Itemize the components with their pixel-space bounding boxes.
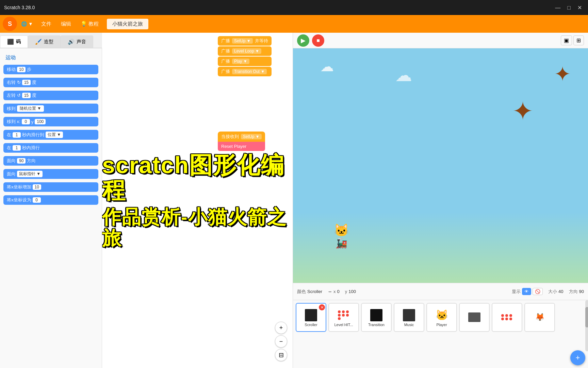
- tab-sound[interactable]: 🔊 声音: [61, 35, 93, 48]
- blocks-panel: ⬛ 码 🖌️ 造型 🔊 声音 运动 移动 10 步: [0, 33, 102, 368]
- minimize-button[interactable]: —: [553, 4, 562, 12]
- stage-layout-buttons: ▣ ⊞: [561, 35, 584, 45]
- sprite-y-item: y 100: [345, 289, 356, 294]
- tab-code[interactable]: ⬛ 码: [0, 35, 28, 48]
- sprite-name-transition: Transition: [368, 323, 385, 327]
- sprite-item-transition[interactable]: Transition: [361, 303, 392, 332]
- sprite-visibility-item: 显示 👁 🚫: [512, 288, 543, 295]
- move-to-block[interactable]: 移到 随机位置 ▼: [3, 104, 98, 113]
- broadcast-transition-block[interactable]: 广播 Transition Out ▼: [218, 67, 272, 76]
- stage-controls: ▶ ■: [297, 34, 324, 47]
- sprite-info-bar: 颜色 Scroller ↔ x 0 y 100 显示 👁 🚫 大小: [293, 283, 588, 300]
- cloud-2: ☁: [395, 65, 412, 85]
- sprite-item-music[interactable]: Music: [394, 303, 424, 332]
- sprite-item-scroller[interactable]: ✕ Scroller: [296, 303, 326, 332]
- sprite-item-levelhit[interactable]: Level HIT...: [328, 303, 359, 332]
- edit-menu[interactable]: 编辑: [57, 19, 75, 29]
- sprite-thumb-music: [401, 308, 418, 322]
- add-sprite-button[interactable]: +: [570, 350, 585, 365]
- reset-player-label: Reset Player: [221, 144, 246, 149]
- setup-receive-stack: 当接收到 SetUp ▼ Reset Player: [218, 132, 265, 151]
- when-receive-block[interactable]: 当接收到 SetUp ▼: [218, 132, 265, 142]
- turn-left-block[interactable]: 左转 ↺ 15 度: [3, 91, 98, 100]
- editor-tabs: ⬛ 码 🖌️ 造型 🔊 声音: [0, 33, 102, 48]
- broadcast-setup-block[interactable]: 广播 SetUp ▼ 并等待: [218, 36, 272, 46]
- stage-toolbar: ▶ ■ ▣ ⊞: [293, 33, 588, 48]
- app-title: Scratch 3.28.0: [4, 5, 35, 10]
- broadcast-levelloop-block[interactable]: 广播 Level Loop ▼: [218, 46, 272, 56]
- sprite-name-levelhit: Level HIT...: [334, 323, 353, 327]
- broadcast-play-block[interactable]: 广播 Play ▼: [218, 57, 272, 66]
- change-x-block[interactable]: 将x坐标增加 10: [3, 182, 98, 192]
- sprite-name-player: Player: [436, 323, 447, 327]
- menu-bar: S 🌐 ▼ 文件 编辑 💡 教程 小猫火箭之旅: [0, 15, 588, 33]
- stage-large-button[interactable]: ⊞: [573, 35, 584, 45]
- window-controls: — □ ✕: [553, 4, 584, 12]
- overlay-subtitle: 作品赏析-小猫火箭之旅: [102, 206, 293, 248]
- sprite-item-player[interactable]: 🐱 Player: [426, 303, 457, 332]
- maximize-button[interactable]: □: [565, 4, 573, 12]
- zoom-in-button[interactable]: +: [275, 322, 287, 334]
- reset-player-block[interactable]: Reset Player: [218, 142, 265, 151]
- sprite-thumb-row2-2: [499, 310, 516, 324]
- sprite-name-scroller: Scroller: [305, 323, 317, 327]
- green-flag-button[interactable]: ▶: [297, 34, 309, 47]
- move-block[interactable]: 移动 10 步: [3, 65, 98, 74]
- face-direction-block[interactable]: 面向 90 方向: [3, 156, 98, 166]
- tab-costume[interactable]: 🖌️ 造型: [28, 35, 61, 48]
- tutorial-icon: 💡: [81, 21, 87, 27]
- sprite-thumb-levelhit: [335, 308, 352, 322]
- category-label: 运动: [3, 52, 99, 64]
- tutorial-label: 教程: [88, 21, 99, 27]
- sound-icon: 🔊: [68, 39, 75, 45]
- scratch-logo: S: [3, 17, 17, 31]
- code-icon: ⬛: [7, 39, 14, 45]
- sprite-item-row2-3[interactable]: 🦊: [524, 303, 555, 332]
- stage-small-button[interactable]: ▣: [561, 35, 572, 45]
- hide-button[interactable]: 🚫: [533, 288, 543, 295]
- set-x-block[interactable]: 将x坐标设为 0: [3, 195, 98, 205]
- sprite-thumb-player: 🐱: [433, 308, 450, 322]
- tutorial-menu[interactable]: 💡 教程: [77, 19, 103, 29]
- stage-canvas: ✦ ✦ 🐱 🚂 ☁ ☁: [293, 48, 588, 283]
- sprite-name-music: Music: [404, 323, 414, 327]
- overlay-container: scratch图形化编程 作品赏析-小猫火箭之旅: [102, 33, 293, 368]
- face-toward-block[interactable]: 面向 鼠标指针 ▼: [3, 169, 98, 179]
- stop-button[interactable]: ■: [312, 34, 324, 47]
- sprites-scrollbar-thumb: [585, 307, 588, 327]
- show-button[interactable]: 👁: [522, 288, 531, 295]
- broadcast-stack: 广播 SetUp ▼ 并等待 广播 Level Loop ▼ 广播 Play ▼…: [218, 36, 272, 77]
- enemy-2: ✦: [512, 96, 534, 126]
- glide-to-block[interactable]: 在 1 秒内滑行到 位置 ▼: [3, 130, 98, 140]
- project-name[interactable]: 小猫火箭之旅: [107, 19, 148, 29]
- stage-area: ▶ ■ ▣ ⊞ ✦ ✦ 🐱 🚂: [293, 33, 588, 368]
- title-bar: Scratch 3.28.0 — □ ✕: [0, 0, 588, 15]
- turn-right-block[interactable]: 右转 ↻ 15 度: [3, 78, 98, 87]
- sprite-delete-button[interactable]: ✕: [319, 304, 325, 310]
- sprites-grid: ✕ Scroller: [296, 303, 585, 365]
- sprite-item-row2-1[interactable]: [459, 303, 490, 332]
- language-button[interactable]: 🌐 ▼: [18, 20, 36, 28]
- enemy-1: ✦: [554, 62, 571, 86]
- sprite-size-item: 大小 40: [548, 289, 563, 295]
- stage-canvas-inner: ✦ ✦ 🐱 🚂 ☁ ☁: [293, 48, 588, 283]
- glide-block[interactable]: 在 1 秒内滑行: [3, 143, 98, 153]
- visibility-buttons: 👁 🚫: [522, 288, 543, 295]
- sprite-arrow-item: ↔ x 0: [328, 289, 340, 294]
- sprite-thumb-scroller: [303, 308, 320, 322]
- costume-icon: 🖌️: [35, 39, 42, 45]
- file-menu[interactable]: 文件: [37, 19, 55, 29]
- sprite-direction-item: 方向 90: [569, 289, 584, 295]
- sprite-thumb-row2-3: 🦊: [531, 310, 548, 324]
- zoom-fit-button[interactable]: ⊟: [275, 349, 287, 361]
- cloud-1: ☁: [320, 59, 334, 74]
- sprites-panel: ✕ Scroller: [293, 300, 588, 368]
- sprites-scrollbar[interactable]: [585, 300, 588, 351]
- sprite-item-row2-2[interactable]: [492, 303, 522, 332]
- close-button[interactable]: ✕: [575, 4, 584, 12]
- move-xy-block[interactable]: 移到 x: 0 y 100: [3, 117, 98, 126]
- zoom-controls: + − ⊟: [275, 322, 287, 361]
- sprite-name-item: 颜色 Scroller: [297, 289, 322, 295]
- blocks-content: 运动 移动 10 步 右转 ↻ 15 度 左转 ↺ 15 度: [0, 48, 102, 368]
- zoom-out-button[interactable]: −: [275, 335, 287, 348]
